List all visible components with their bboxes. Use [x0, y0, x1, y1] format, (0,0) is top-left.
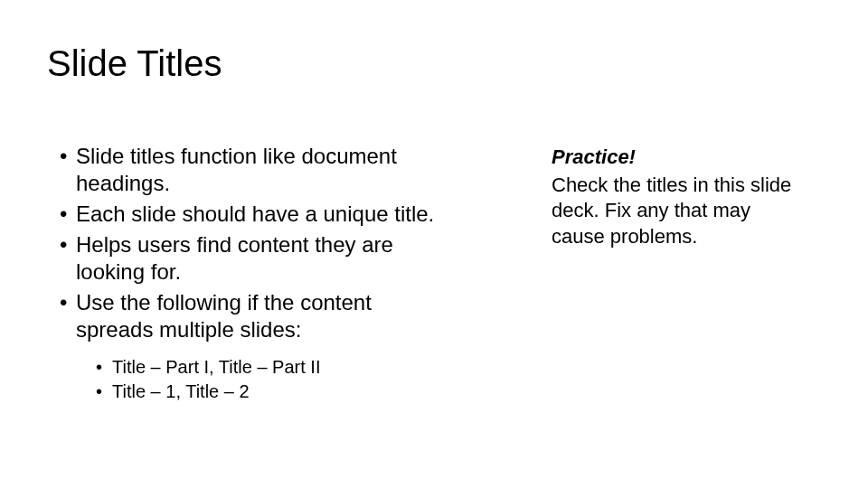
main-bullet-list: Slide titles function like document head… — [60, 143, 448, 405]
practice-heading: Practice! — [552, 145, 805, 171]
bullet-item: Helps users find content they are lookin… — [60, 231, 448, 286]
practice-body: Check the titles in this slide deck. Fix… — [552, 173, 805, 250]
bullet-item: Slide titles function like document head… — [60, 143, 448, 197]
slide: Slide Titles Slide titles function like … — [0, 0, 868, 488]
bullet-item: Each slide should have a unique title. — [60, 201, 448, 228]
practice-box: Practice! Check the titles in this slide… — [552, 145, 805, 249]
sub-bullet-item: Title – 1, Title – 2 — [96, 380, 448, 403]
slide-title: Slide Titles — [47, 43, 222, 84]
sub-bullet-list: Title – Part I, Title – Part II Title – … — [96, 356, 448, 403]
sub-bullet-item: Title – Part I, Title – Part II — [96, 356, 448, 379]
bullet-item: Use the following if the content spreads… — [60, 289, 448, 343]
